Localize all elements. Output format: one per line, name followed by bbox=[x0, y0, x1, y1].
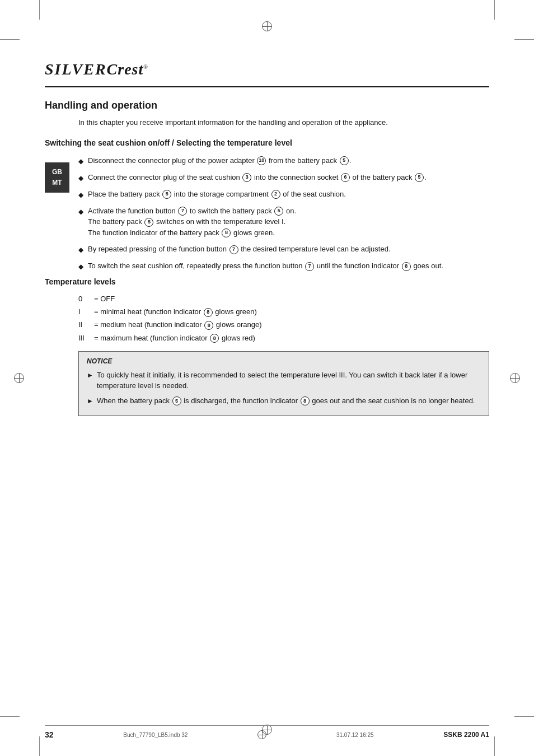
footer-date: 31.07.12 16:25 bbox=[336, 732, 374, 738]
badge-8a: 8 bbox=[222, 228, 231, 237]
badge-5f: 5 bbox=[172, 396, 181, 405]
notice-text-1: To quickly heat it initially, it is reco… bbox=[97, 370, 481, 391]
notice-box: NOTICE ► To quickly heat it initially, i… bbox=[78, 351, 489, 417]
badge-6: 6 bbox=[341, 173, 350, 182]
notice-text-2: When the battery pack 5 is discharged, t… bbox=[97, 395, 475, 407]
temp-row-3: III = maximum heat (function indicator 8… bbox=[78, 333, 489, 343]
temp-levels-title: Temperature levels bbox=[45, 277, 489, 286]
crop-mark-tr-v bbox=[494, 0, 495, 20]
bullet-text-3: Place the battery pack 5 into the storag… bbox=[88, 189, 489, 200]
brand-registered: ® bbox=[143, 64, 148, 70]
temp-num-3: III bbox=[78, 333, 94, 343]
badge-8b: 8 bbox=[402, 262, 411, 271]
temp-row-2: II = medium heat (function indicator 8 g… bbox=[78, 320, 489, 330]
section-title: Handling and operation bbox=[45, 100, 489, 111]
bullet-text-6: To switch the seat cushion off, repeated… bbox=[88, 260, 489, 272]
badge-8c: 8 bbox=[204, 308, 213, 317]
bullet-item-4: ◆ Activate the function button 7 to swit… bbox=[78, 206, 489, 239]
temp-row-0: 0 = OFF bbox=[78, 294, 489, 304]
reg-mark-right bbox=[510, 373, 520, 383]
bullet-text-4: Activate the function button 7 to switch… bbox=[88, 206, 489, 239]
reg-mark-top bbox=[262, 21, 272, 31]
model-number: SSKB 2200 A1 bbox=[443, 731, 489, 739]
footer-model: SSKB 2200 A1 bbox=[443, 731, 489, 739]
subsection-title: Switching the seat cushion on/off / Sele… bbox=[45, 138, 489, 147]
bullet-item-5: ◆ By repeated pressing of the function b… bbox=[78, 244, 489, 255]
bullet-item-2: ◆ Connect the connector plug of the seat… bbox=[78, 172, 489, 183]
footer-file: Buch_77790_LB5.indb 32 bbox=[123, 732, 188, 738]
badge-7c: 7 bbox=[305, 262, 314, 271]
notice-arrow-2: ► bbox=[87, 396, 93, 406]
bullet-item-6: ◆ To switch the seat cushion off, repeat… bbox=[78, 260, 489, 272]
temp-text-2: = medium heat (function indicator 8 glow… bbox=[94, 320, 261, 330]
badge-8d: 8 bbox=[204, 321, 213, 330]
temp-num-1: I bbox=[78, 307, 94, 317]
badge-8f: 8 bbox=[301, 396, 310, 405]
badge-5d: 5 bbox=[274, 207, 283, 216]
brand-name: SilverCrest® bbox=[45, 60, 148, 78]
temp-text-0: = OFF bbox=[94, 294, 115, 304]
page: GB MT SilverCrest® Handling and operatio… bbox=[0, 0, 534, 756]
crop-mark-tl-v bbox=[39, 0, 40, 20]
temp-text-1: = minimal heat (function indicator 8 glo… bbox=[94, 307, 257, 317]
crop-mark-tl-h bbox=[0, 39, 20, 40]
crop-mark-bl-h bbox=[0, 716, 20, 717]
brand-crest: Crest bbox=[107, 60, 144, 78]
page-footer: 32 Buch_77790_LB5.indb 32 31.07.12 16:25… bbox=[45, 725, 489, 739]
badge-5c: 5 bbox=[162, 190, 171, 199]
temp-levels-list: 0 = OFF I = minimal heat (function indic… bbox=[78, 294, 489, 343]
crop-mark-tr-h bbox=[514, 39, 534, 40]
brand-header: SilverCrest® bbox=[45, 50, 489, 87]
reg-mark-footer-center bbox=[257, 730, 266, 739]
reg-mark-left bbox=[14, 373, 24, 383]
footer-page-number: 32 bbox=[45, 730, 54, 739]
bullet-diamond-1: ◆ bbox=[78, 156, 83, 166]
notice-arrow-1: ► bbox=[87, 370, 93, 380]
badge-7a: 7 bbox=[178, 207, 187, 216]
badge-5a: 5 bbox=[340, 156, 349, 165]
temp-row-1: I = minimal heat (function indicator 8 g… bbox=[78, 307, 489, 317]
section-intro: In this chapter you receive important in… bbox=[78, 117, 489, 128]
content-area: SilverCrest® Handling and operation In t… bbox=[45, 50, 489, 711]
bullet-diamond-5: ◆ bbox=[78, 245, 83, 255]
crop-mark-br-h bbox=[514, 716, 534, 717]
bullet-diamond-3: ◆ bbox=[78, 190, 83, 200]
crop-mark-br-v bbox=[494, 736, 495, 756]
badge-10: 10 bbox=[257, 156, 266, 165]
bullet-text-5: By repeated pressing of the function but… bbox=[88, 244, 489, 255]
notice-item-1: ► To quickly heat it initially, it is re… bbox=[87, 370, 481, 391]
bullet-diamond-6: ◆ bbox=[78, 262, 83, 272]
page-num: 32 bbox=[45, 730, 54, 739]
bullet-item-3: ◆ Place the battery pack 5 into the stor… bbox=[78, 189, 489, 200]
temp-num-0: 0 bbox=[78, 294, 94, 304]
brand-silver: Silver bbox=[45, 60, 107, 78]
badge-8e: 8 bbox=[210, 334, 219, 343]
temp-text-3: = maximum heat (function indicator 8 glo… bbox=[94, 333, 255, 343]
bullet-diamond-2: ◆ bbox=[78, 173, 83, 183]
temp-num-2: II bbox=[78, 320, 94, 330]
bullet-diamond-4: ◆ bbox=[78, 207, 83, 217]
crop-mark-bl-v bbox=[39, 736, 40, 756]
badge-3: 3 bbox=[242, 173, 251, 182]
badge-2: 2 bbox=[271, 190, 280, 199]
bullet-list: ◆ Disconnect the connector plug of the p… bbox=[78, 155, 489, 272]
badge-5e: 5 bbox=[144, 218, 153, 227]
notice-item-2: ► When the battery pack 5 is discharged,… bbox=[87, 395, 481, 407]
notice-title: NOTICE bbox=[87, 357, 481, 365]
bullet-item-1: ◆ Disconnect the connector plug of the p… bbox=[78, 155, 489, 166]
badge-5b: 5 bbox=[415, 173, 424, 182]
bullet-text-1: Disconnect the connector plug of the pow… bbox=[88, 155, 489, 166]
bullet-text-2: Connect the connector plug of the seat c… bbox=[88, 172, 489, 183]
badge-7b: 7 bbox=[229, 245, 238, 254]
